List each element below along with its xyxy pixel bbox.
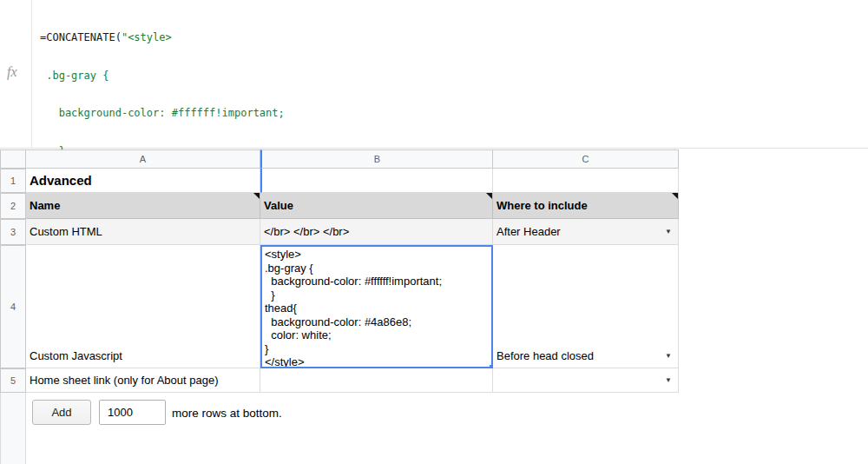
cell-code-line: color: white; (265, 328, 489, 342)
cell-code-line: background-color: #4a86e8; (265, 315, 489, 329)
cell-c3-after-header[interactable]: After Header▼ (493, 219, 679, 245)
cell-a4-custom-javascript[interactable]: Custom Javascript (26, 245, 260, 368)
fill-handle[interactable] (489, 364, 493, 368)
formula-line: =CONCATENATE("<style> (40, 31, 285, 44)
cell-c4-before-head-closed[interactable]: Before head closed▼ (493, 245, 679, 368)
row-header-4[interactable]: 4 (0, 245, 26, 368)
formula-token: background-color: #ffffff!important; (40, 107, 285, 119)
formula-bar: fx =CONCATENATE("<style> .bg-gray { back… (0, 0, 868, 149)
column-header-c[interactable]: C (493, 149, 679, 169)
fx-gutter: fx (0, 0, 32, 149)
cell-c1[interactable] (493, 169, 679, 193)
cell-code-line: <style> (265, 248, 489, 262)
dropdown-arrow-icon[interactable]: ▼ (665, 229, 672, 235)
cell-code-line: } (265, 342, 489, 356)
cell-c2-where-header[interactable]: Where to include (493, 193, 679, 219)
corner-marker-icon (253, 193, 260, 199)
rows-count-input[interactable] (99, 400, 166, 425)
row-header-2[interactable]: 2 (0, 193, 26, 219)
fx-icon: fx (7, 64, 17, 80)
dropdown-arrow-icon[interactable]: ▼ (665, 377, 672, 384)
row-header-gutter (0, 393, 26, 464)
cell-code-line: } (265, 288, 489, 302)
cell-b4-selected-css-value[interactable]: <style> .bg-gray { background-color: #ff… (260, 245, 493, 368)
formula-line: .bg-gray { (40, 70, 285, 83)
row-header-1[interactable]: 1 (0, 169, 26, 193)
cell-code-line: .bg-gray { (265, 262, 489, 275)
cell-c5[interactable]: ▼ (493, 368, 679, 393)
cell-a1-advanced-title[interactable]: Advanced (26, 169, 260, 193)
cell-text: Value (264, 199, 293, 212)
cell-a3-custom-html[interactable]: Custom HTML (26, 219, 260, 245)
cell-text: Before head closed (496, 349, 594, 362)
formula-token: "<style> (122, 31, 172, 43)
cell-b5[interactable] (260, 368, 493, 393)
formula-token: .bg-gray { (40, 70, 108, 82)
add-rows-button[interactable]: Add (32, 400, 91, 425)
row-header-3[interactable]: 3 (0, 219, 26, 245)
dropdown-arrow-icon[interactable]: ▼ (665, 353, 672, 360)
cell-text: Where to include (496, 199, 588, 212)
formula-token: =CONCATENATE( (40, 31, 122, 43)
cell-a5-home-sheet-link[interactable]: Home sheet link (only for About page) (26, 368, 260, 393)
spreadsheet-screen: fx =CONCATENATE("<style> .bg-gray { back… (0, 0, 868, 464)
cell-b3-custom-html-value[interactable]: </br> </br> </br> (260, 219, 493, 245)
column-header-b[interactable]: B (260, 149, 493, 169)
corner-marker-icon (672, 193, 678, 199)
corner-header[interactable] (0, 149, 26, 169)
row-header-5[interactable]: 5 (0, 368, 26, 393)
cell-text: Name (30, 199, 60, 212)
cell-a2-name-header[interactable]: Name (26, 193, 260, 219)
cell-b2-value-header[interactable]: Value (260, 193, 493, 219)
cell-code-line: background-color: #ffffff!important; (265, 275, 489, 288)
corner-marker-icon (486, 193, 492, 199)
cell-code-line: </style> (265, 355, 489, 368)
cell-b1[interactable] (260, 169, 493, 193)
cell-code-line: thead{ (265, 302, 489, 315)
column-header-a[interactable]: A (26, 149, 260, 169)
formula-line: background-color: #ffffff!important; (40, 107, 285, 120)
rows-suffix-label: more rows at bottom. (172, 407, 282, 420)
cell-text: After Header (496, 225, 561, 238)
